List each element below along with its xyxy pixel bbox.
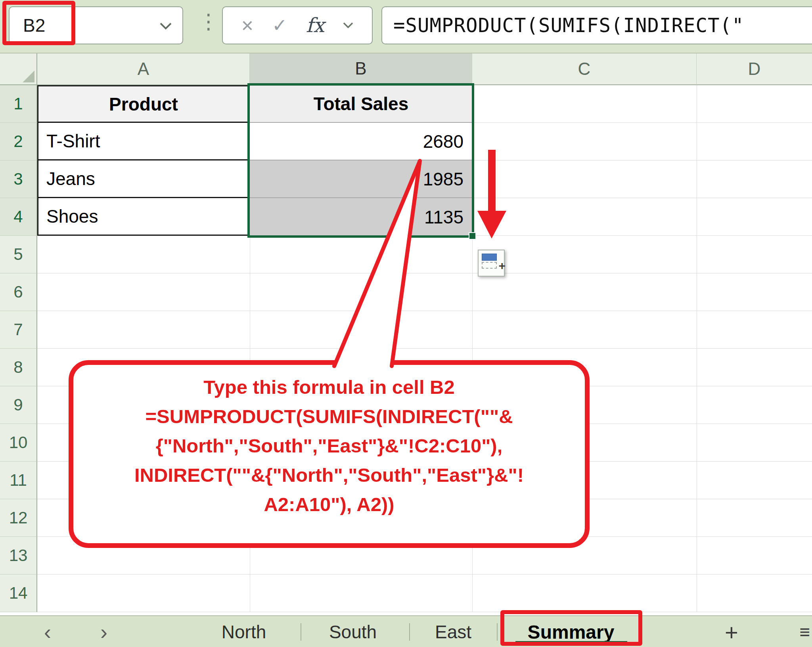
fill-handle[interactable] [469,232,476,240]
row-header-10[interactable]: 10 [0,424,37,462]
chevron-down-icon[interactable] [159,22,172,30]
chevron-down-icon[interactable] [343,22,353,29]
insert-function-icon[interactable]: fx [306,14,325,37]
row-header-14[interactable]: 14 [0,574,37,612]
row-header-12[interactable]: 12 [0,499,37,537]
column-header-c[interactable]: C [472,53,697,85]
row-header-11[interactable]: 11 [0,462,37,499]
next-sheet-icon[interactable]: › [100,616,107,647]
row-header-8[interactable]: 8 [0,349,37,386]
cell-b3[interactable]: 1985 [250,160,472,198]
spreadsheet-grid: A B C D 1 2 3 4 5 6 7 8 9 10 11 12 13 14… [0,53,812,615]
sheet-tab-north[interactable]: North [222,616,266,647]
gridline [697,85,697,612]
prev-sheet-icon[interactable]: ‹ [44,616,51,647]
sheet-tab-bar: ‹ › North South East Summary + ≡ [0,615,812,647]
row-header-6[interactable]: 6 [0,273,37,311]
formula-bar-text[interactable]: =SUMPRODUCT(SUMIFS(INDIRECT(" [393,14,744,37]
tab-separator [301,623,301,641]
active-tab-underline [515,641,627,644]
column-header-b[interactable]: B [250,53,472,85]
cancel-icon[interactable]: × [241,13,253,37]
column-header-d[interactable]: D [697,53,812,85]
row-header-9[interactable]: 9 [0,386,37,424]
sheet-tab-east[interactable]: East [435,616,471,647]
cell-a4[interactable]: Shoes [37,198,250,236]
cell-a1[interactable]: Product [37,85,250,123]
plus-icon: + [498,259,506,273]
name-box-value[interactable]: B2 [23,15,45,36]
row-header-4[interactable]: 4 [0,198,37,236]
cell-a3[interactable]: Jeans [37,160,250,198]
row-header-5[interactable]: 5 [0,236,37,273]
formula-action-box: × ✓ fx [222,6,373,44]
gridline [472,85,473,612]
cell-b4[interactable]: 1135 [250,198,472,236]
select-all-corner[interactable] [0,53,37,85]
column-headers: A B C D [0,53,812,85]
sheet-tab-south[interactable]: South [329,616,377,647]
row-header-1[interactable]: 1 [0,85,37,123]
row-header-7[interactable]: 7 [0,311,37,349]
formula-toolbar: B2 ⋮ × ✓ fx =SUMPRODUCT(SUMIFS(INDIRECT(… [0,0,812,53]
tab-separator [409,623,410,641]
toolbar-drag-dots-icon: ⋮ [198,10,219,33]
row-headers: 1 2 3 4 5 6 7 8 9 10 11 12 13 14 [0,85,37,612]
autofill-options-button[interactable]: + [478,250,505,277]
cell-b2-active[interactable]: 2680 [250,123,472,160]
autofill-icon [482,254,497,261]
add-sheet-icon[interactable]: + [725,616,738,647]
row-header-2[interactable]: 2 [0,123,37,160]
name-box[interactable]: B2 [9,6,183,44]
cell-area[interactable]: Product T-Shirt Jeans Shoes Total Sales … [37,85,812,612]
formula-bar[interactable]: =SUMPRODUCT(SUMIFS(INDIRECT(" [381,6,812,44]
row-header-13[interactable]: 13 [0,537,37,574]
sheet-list-menu-icon[interactable]: ≡ [800,616,810,647]
cell-a2[interactable]: T-Shirt [37,123,250,160]
autofill-icon-dashed: + [482,262,497,269]
column-header-a[interactable]: A [37,53,250,85]
tab-separator [497,623,498,641]
select-all-triangle-icon [23,71,34,82]
cell-b1[interactable]: Total Sales [250,85,472,123]
excel-window: { "name_box": { "value": "B2" }, "formul… [0,0,812,647]
enter-icon[interactable]: ✓ [272,15,287,36]
row-header-3[interactable]: 3 [0,160,37,198]
